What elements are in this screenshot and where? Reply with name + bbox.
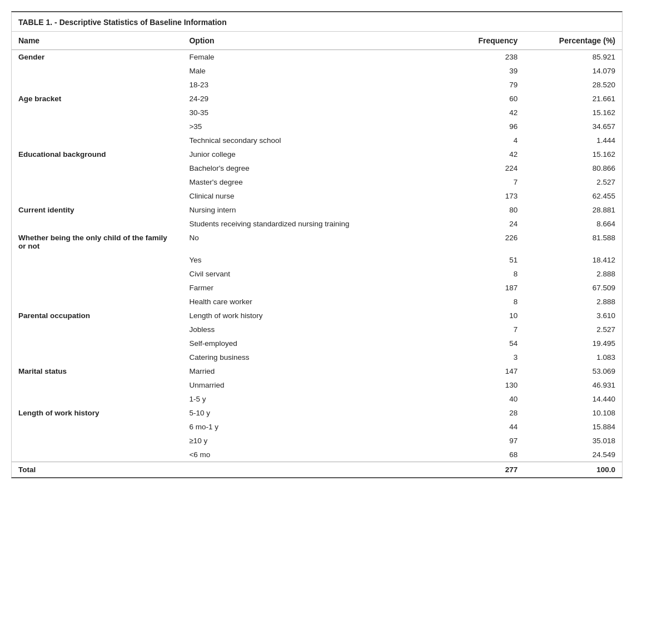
row-percentage: 2.888 — [524, 267, 622, 281]
row-percentage: 2.888 — [524, 295, 622, 309]
row-frequency: 4 — [427, 133, 525, 147]
table-row: Current identityNursing intern8028.881 — [12, 203, 622, 217]
row-frequency: 44 — [427, 420, 525, 434]
row-percentage: 3.610 — [524, 309, 622, 323]
table-row: Health care worker82.888 — [12, 295, 622, 309]
row-percentage: 67.509 — [524, 281, 622, 295]
row-percentage: 21.661 — [524, 92, 622, 106]
row-option: Married — [182, 364, 426, 378]
row-percentage: 14.440 — [524, 392, 622, 406]
row-option: 18-23 — [182, 78, 426, 92]
row-option: Master's degree — [182, 175, 426, 189]
row-name — [12, 217, 182, 231]
row-frequency: 40 — [427, 392, 525, 406]
row-name: Parental occupation — [12, 309, 182, 323]
row-option: Junior college — [182, 147, 426, 161]
row-percentage: 62.455 — [524, 189, 622, 203]
total-label: Total — [12, 462, 182, 478]
table-container: TABLE 1. - Descriptive Statistics of Bas… — [11, 11, 623, 478]
row-percentage: 15.162 — [524, 106, 622, 120]
row-frequency: 28 — [427, 406, 525, 420]
row-frequency: 80 — [427, 203, 525, 217]
table-row: Educational backgroundJunior college4215… — [12, 147, 622, 161]
row-name — [12, 175, 182, 189]
row-name: Whether being the only child of the fami… — [12, 231, 182, 253]
row-option: Health care worker — [182, 295, 426, 309]
row-name — [12, 448, 182, 462]
row-frequency: 54 — [427, 336, 525, 350]
table-row: 18-237928.520 — [12, 78, 622, 92]
row-option: Bachelor's degree — [182, 161, 426, 175]
row-name: Gender — [12, 50, 182, 65]
row-name — [12, 392, 182, 406]
row-name — [12, 161, 182, 175]
row-percentage: 34.657 — [524, 120, 622, 133]
row-option: 30-35 — [182, 106, 426, 120]
row-name — [12, 253, 182, 267]
table-row: Age bracket24-296021.661 — [12, 92, 622, 106]
row-frequency: 7 — [427, 323, 525, 336]
row-option: Female — [182, 50, 426, 65]
row-percentage: 35.018 — [524, 434, 622, 448]
table-row: ≥10 y9735.018 — [12, 434, 622, 448]
row-percentage: 53.069 — [524, 364, 622, 378]
table-row: Civil servant82.888 — [12, 267, 622, 281]
table-row: >359634.657 — [12, 120, 622, 133]
row-name — [12, 189, 182, 203]
data-table: Name Option Frequency Percentage (%) Gen… — [12, 32, 622, 477]
row-frequency: 96 — [427, 120, 525, 133]
row-name: Educational background — [12, 147, 182, 161]
total-row: Total277100.0 — [12, 462, 622, 478]
row-option: Length of work history — [182, 309, 426, 323]
row-percentage: 19.495 — [524, 336, 622, 350]
row-name — [12, 323, 182, 336]
table-row: Unmarried13046.931 — [12, 378, 622, 392]
table-row: Jobless72.527 — [12, 323, 622, 336]
row-frequency: 226 — [427, 231, 525, 253]
total-option — [182, 462, 426, 478]
row-frequency: 97 — [427, 434, 525, 448]
row-frequency: 224 — [427, 161, 525, 175]
row-percentage: 2.527 — [524, 175, 622, 189]
row-percentage: 15.162 — [524, 147, 622, 161]
row-option: Catering business — [182, 350, 426, 364]
table-row: Whether being the only child of the fami… — [12, 231, 622, 253]
table-row: Farmer18767.509 — [12, 281, 622, 295]
row-name: Length of work history — [12, 406, 182, 420]
row-option: ≥10 y — [182, 434, 426, 448]
row-percentage: 46.931 — [524, 378, 622, 392]
row-percentage: 85.921 — [524, 50, 622, 65]
row-frequency: 51 — [427, 253, 525, 267]
row-percentage: 8.664 — [524, 217, 622, 231]
row-option: Yes — [182, 253, 426, 267]
row-name: Marital status — [12, 364, 182, 378]
row-percentage: 18.412 — [524, 253, 622, 267]
row-percentage: 2.527 — [524, 323, 622, 336]
row-percentage: 81.588 — [524, 231, 622, 253]
row-name — [12, 120, 182, 133]
table-row: Marital statusMarried14753.069 — [12, 364, 622, 378]
row-percentage: 1.083 — [524, 350, 622, 364]
row-frequency: 68 — [427, 448, 525, 462]
row-option: Civil servant — [182, 267, 426, 281]
table-row: Length of work history5-10 y2810.108 — [12, 406, 622, 420]
row-name — [12, 420, 182, 434]
table-row: Clinical nurse17362.455 — [12, 189, 622, 203]
row-option: Students receiving standardized nursing … — [182, 217, 426, 231]
row-frequency: 187 — [427, 281, 525, 295]
row-name — [12, 78, 182, 92]
row-percentage: 10.108 — [524, 406, 622, 420]
row-percentage: 80.866 — [524, 161, 622, 175]
row-name — [12, 64, 182, 78]
row-frequency: 60 — [427, 92, 525, 106]
row-percentage: 24.549 — [524, 448, 622, 462]
table-row: Parental occupationLength of work histor… — [12, 309, 622, 323]
table-row: Students receiving standardized nursing … — [12, 217, 622, 231]
table-row: <6 mo6824.549 — [12, 448, 622, 462]
row-frequency: 7 — [427, 175, 525, 189]
table-row: Master's degree72.527 — [12, 175, 622, 189]
row-name — [12, 350, 182, 364]
row-frequency: 39 — [427, 64, 525, 78]
table-row: 30-354215.162 — [12, 106, 622, 120]
row-option: Clinical nurse — [182, 189, 426, 203]
